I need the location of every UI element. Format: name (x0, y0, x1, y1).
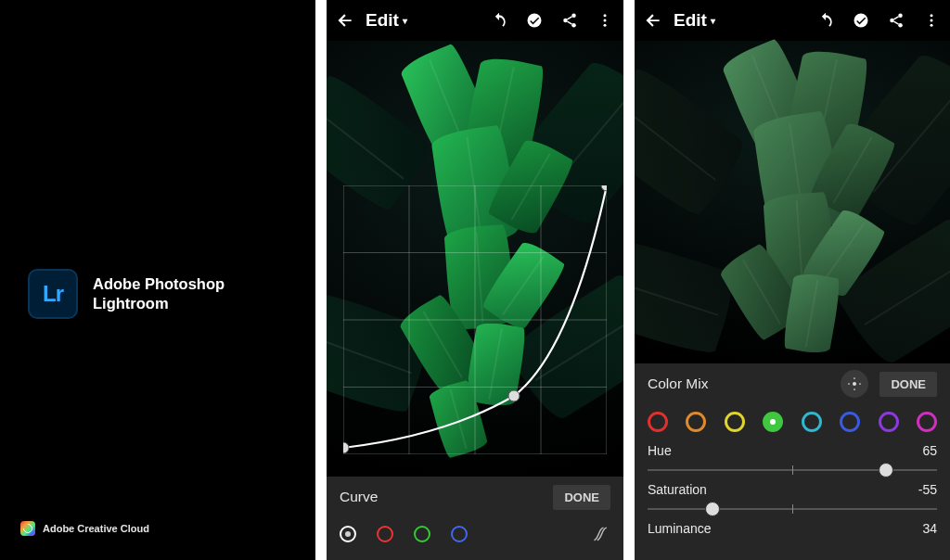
svg-point-0 (528, 14, 542, 28)
swatch-magenta[interactable] (917, 412, 937, 432)
creative-cloud-icon (20, 521, 35, 536)
curve-channel-row (327, 517, 623, 556)
svg-point-2 (563, 19, 568, 23)
hue-slider[interactable] (648, 464, 937, 477)
svg-point-14 (854, 14, 868, 28)
saturation-slider-block: Saturation -55 (635, 478, 950, 517)
swatch-aqua[interactable] (802, 412, 822, 432)
svg-point-19 (931, 19, 933, 22)
svg-point-24 (849, 383, 851, 385)
luminance-label: Luminance (648, 521, 712, 536)
lightroom-app-icon: Lr (28, 269, 78, 319)
screen-title-dropdown[interactable]: Edit ▾ (366, 10, 407, 31)
svg-point-15 (898, 14, 903, 19)
creative-cloud-row: Adobe Creative Cloud (20, 521, 149, 536)
saturation-slider[interactable] (648, 503, 937, 515)
svg-point-3 (571, 23, 576, 28)
edit-header: Edit ▾ (327, 0, 623, 41)
screen-title: Edit (674, 10, 707, 31)
curve-handle-mid[interactable] (508, 390, 520, 401)
swatch-orange[interactable] (686, 412, 706, 432)
lightroom-icon-text: Lr (43, 281, 63, 307)
splash-title-line1: Adobe Photoshop (93, 274, 225, 294)
colormix-bottom-bar: Color Mix DONE Hue 65 (635, 363, 950, 560)
back-icon[interactable] (644, 11, 662, 30)
more-icon[interactable] (922, 11, 941, 30)
back-icon[interactable] (336, 11, 354, 30)
accept-icon[interactable] (525, 11, 544, 30)
luminance-value: 34 (922, 521, 937, 536)
done-button[interactable]: DONE (879, 372, 937, 397)
svg-point-5 (604, 19, 607, 22)
chevron-down-icon: ▾ (711, 16, 715, 26)
undo-icon[interactable] (490, 11, 508, 30)
more-icon[interactable] (596, 11, 614, 30)
svg-point-20 (931, 24, 933, 27)
hue-label: Hue (648, 443, 672, 458)
swatch-purple[interactable] (879, 412, 899, 432)
svg-point-18 (931, 14, 933, 17)
channel-red[interactable] (377, 526, 393, 542)
svg-point-23 (854, 388, 856, 390)
panel-label: Color Mix (648, 375, 708, 392)
svg-point-16 (890, 19, 894, 23)
splash-panel: Lr Adobe Photoshop Lightroom Adobe Creat… (0, 0, 315, 560)
svg-point-21 (853, 382, 856, 386)
curve-handle-shadow[interactable] (343, 442, 349, 453)
tone-curve-editor[interactable] (343, 185, 607, 454)
curve-bottom-bar: Curve DONE (327, 477, 623, 560)
swatch-red[interactable] (648, 412, 668, 432)
channel-green[interactable] (414, 526, 430, 542)
svg-point-6 (604, 24, 607, 27)
targeted-adjust-button[interactable] (841, 370, 868, 398)
luminance-slider-block: Luminance 34 (635, 517, 950, 536)
curve-handle-highlight[interactable] (601, 185, 607, 191)
undo-icon[interactable] (816, 11, 835, 30)
svg-point-1 (571, 14, 576, 19)
swatch-blue[interactable] (840, 412, 860, 432)
done-button[interactable]: DONE (553, 485, 610, 510)
screen-title-dropdown[interactable]: Edit ▾ (674, 10, 715, 31)
channel-rgb[interactable] (340, 526, 356, 542)
svg-point-4 (604, 14, 607, 17)
screen-title: Edit (366, 10, 399, 31)
accept-icon[interactable] (852, 11, 870, 30)
hue-slider-block: Hue 65 (635, 439, 950, 478)
hue-value: 65 (922, 443, 937, 458)
edit-header: Edit ▾ (635, 0, 950, 41)
splash-title: Adobe Photoshop Lightroom (93, 274, 225, 314)
colormix-screen: Edit ▾ (635, 0, 950, 560)
channel-blue[interactable] (451, 526, 468, 542)
color-swatch-row (635, 404, 950, 439)
share-icon[interactable] (560, 11, 579, 30)
creative-cloud-label: Adobe Creative Cloud (43, 523, 149, 534)
svg-point-17 (898, 23, 903, 28)
saturation-value: -55 (918, 482, 937, 497)
chevron-down-icon: ▾ (403, 16, 407, 26)
splash-title-line2: Lightroom (93, 294, 225, 313)
panel-label: Curve (340, 489, 378, 505)
svg-point-25 (860, 383, 862, 385)
photo-preview[interactable] (327, 41, 623, 477)
photo-preview[interactable] (635, 41, 950, 363)
parametric-icon[interactable] (592, 525, 610, 543)
saturation-label: Saturation (648, 482, 707, 497)
swatch-yellow[interactable] (725, 412, 745, 432)
splash-logo-row: Lr Adobe Photoshop Lightroom (28, 269, 225, 319)
share-icon[interactable] (887, 11, 905, 30)
svg-point-22 (854, 377, 856, 379)
swatch-green[interactable] (763, 412, 783, 432)
curve-editor-screen: Edit ▾ (327, 0, 623, 560)
